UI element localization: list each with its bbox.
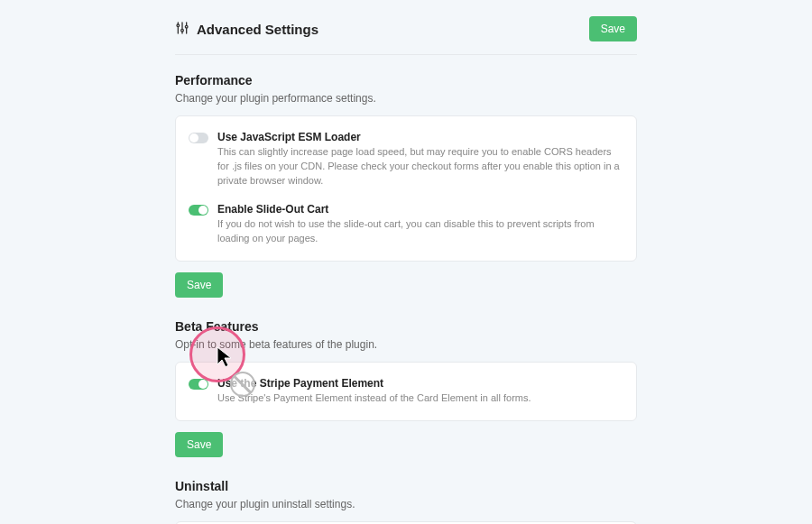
section-title: Performance	[175, 73, 637, 87]
option-title: Use the Stripe Payment Element	[217, 377, 623, 390]
section-title: Uninstall	[175, 479, 637, 493]
option-title: Enable Slide-Out Cart	[217, 203, 623, 216]
page-title: Advanced Settings	[197, 22, 318, 37]
save-button-header[interactable]: Save	[589, 16, 637, 41]
svg-point-4	[181, 29, 184, 32]
section-performance: Performance Change your plugin performan…	[175, 73, 637, 298]
option-esm-loader: Use JavaScript ESM Loader This can sligh…	[189, 127, 623, 192]
save-button-performance[interactable]: Save	[175, 272, 223, 298]
page-header: Advanced Settings Save	[175, 16, 637, 55]
option-slide-out-cart: Enable Slide-Out Cart If you do not wish…	[189, 199, 623, 250]
sliders-icon	[175, 21, 189, 38]
options-card: Remove Plugin Data Completely remove all…	[175, 521, 637, 524]
options-card: Use the Stripe Payment Element Use Strip…	[175, 362, 637, 421]
section-title: Beta Features	[175, 319, 637, 334]
section-desc: Opt-in to some beta features of the plug…	[175, 338, 637, 351]
toggle-esm-loader[interactable]	[189, 133, 208, 143]
section-desc: Change your plugin performance settings.	[175, 92, 637, 105]
option-desc: This can slightly increase page load spe…	[217, 145, 623, 188]
section-uninstall: Uninstall Change your plugin uninstall s…	[175, 479, 637, 524]
option-stripe-payment-element: Use the Stripe Payment Element Use Strip…	[189, 373, 623, 409]
option-desc: If you do not wish to use the slide-out …	[217, 217, 623, 246]
toggle-slide-out-cart[interactable]	[189, 205, 208, 216]
save-button-beta[interactable]: Save	[175, 432, 223, 457]
section-desc: Change your plugin uninstall settings.	[175, 498, 637, 510]
svg-point-5	[185, 25, 188, 28]
toggle-stripe-payment-element[interactable]	[189, 379, 208, 390]
option-title: Use JavaScript ESM Loader	[217, 131, 623, 143]
option-desc: Use Stripe's Payment Element instead of …	[217, 391, 623, 406]
svg-point-3	[177, 24, 180, 27]
options-card: Use JavaScript ESM Loader This can sligh…	[175, 115, 637, 262]
section-beta: Beta Features Opt-in to some beta featur…	[175, 319, 637, 457]
